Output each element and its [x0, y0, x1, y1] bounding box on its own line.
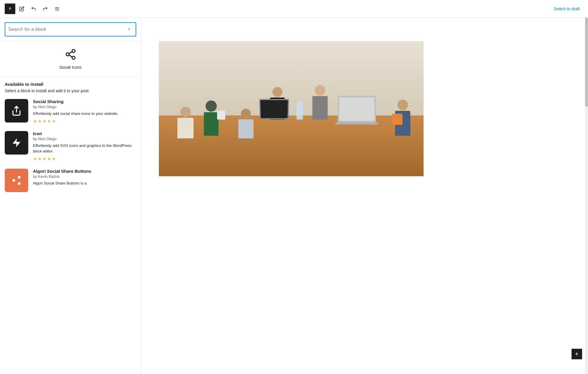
svg-line-7: [69, 52, 72, 54]
social-sharing-desc: Effortlessly add social share icons to y…: [33, 111, 136, 117]
available-title: Available to install: [5, 82, 136, 87]
menu-button[interactable]: [52, 4, 62, 14]
main-layout: social icons × Social Icons Available to…: [0, 18, 588, 374]
toolbar-right: Switch to draft: [550, 4, 583, 14]
block-inserter-panel: social icons × Social Icons Available to…: [0, 18, 141, 374]
undo-button[interactable]: [28, 4, 39, 14]
table-surface: [159, 115, 424, 176]
available-subtitle: Select a block to install and add it to …: [5, 88, 136, 93]
algori-plugin-desc: Algori Social Share Buttons is a: [33, 180, 136, 186]
coffee-mug: [217, 111, 225, 120]
open-laptop: [338, 96, 376, 122]
svg-line-13: [15, 181, 18, 183]
person-1: [204, 100, 219, 136]
close-button[interactable]: ×: [5, 4, 15, 14]
water-bottle: [297, 102, 303, 120]
person-5: [312, 85, 328, 120]
editor-image-block[interactable]: [159, 41, 424, 176]
social-sharing-stars: ★★★★★: [33, 118, 136, 124]
svg-line-14: [15, 178, 18, 180]
share-icon: [65, 48, 76, 61]
toolbar: × Switch to d: [0, 0, 588, 18]
editor-panel: +: [141, 18, 588, 374]
social-icons-block[interactable]: Social Icons: [0, 41, 141, 77]
social-sharing-author: by Nick Diego: [33, 105, 136, 109]
undo-icon: [31, 6, 36, 11]
icon-plugin-desc: Effortlessly add SVG icons and graphics …: [33, 143, 136, 154]
search-clear-button[interactable]: ×: [126, 26, 133, 33]
plugin-item-social-sharing[interactable]: Social Sharing by Nick Diego Effortlessl…: [5, 99, 136, 124]
svg-point-10: [18, 176, 21, 179]
icon-plugin-author: by Nick Diego: [33, 137, 136, 141]
edit-icon: [19, 6, 24, 11]
add-block-button[interactable]: +: [572, 349, 582, 359]
person-2: [177, 107, 194, 138]
algori-plugin-title: Algori Social Share Buttons: [33, 169, 136, 174]
search-input-wrapper: social icons ×: [5, 22, 136, 36]
svg-line-6: [69, 55, 72, 57]
social-sharing-info: Social Sharing by Nick Diego Effortlessl…: [33, 99, 136, 124]
scrollbar-thumb: [585, 18, 588, 107]
toolbar-left: ×: [5, 4, 62, 14]
hamburger-icon: [54, 6, 60, 11]
redo-icon: [43, 6, 48, 11]
edit-button[interactable]: [16, 4, 27, 14]
algori-plugin-author: by Kevin Bazira: [33, 174, 136, 179]
icon-plugin-stars: ★★★★★: [33, 156, 136, 162]
search-input[interactable]: social icons: [8, 27, 126, 32]
algori-plugin-info: Algori Social Share Buttons by Kevin Baz…: [33, 169, 136, 188]
svg-marker-9: [13, 138, 21, 147]
available-to-install-section: Available to install Select a block to i…: [0, 77, 141, 204]
svg-point-11: [13, 179, 15, 182]
icon-plugin-info: Icon by Nick Diego Effortlessly add SVG …: [33, 131, 136, 162]
plugin-item-icon[interactable]: Icon by Nick Diego Effortlessly add SVG …: [5, 131, 136, 162]
switch-to-draft-button[interactable]: Switch to draft: [550, 4, 583, 14]
wall-bg: [159, 41, 424, 122]
algori-plugin-icon: [5, 169, 28, 192]
person-3: [238, 109, 254, 138]
plugin-item-algori[interactable]: Algori Social Share Buttons by Kevin Baz…: [5, 169, 136, 192]
social-sharing-title: Social Sharing: [33, 99, 136, 104]
scrollbar-track: [585, 18, 588, 374]
icon-plugin-title: Icon: [33, 131, 136, 136]
svg-point-12: [18, 182, 21, 185]
redo-button[interactable]: [40, 4, 51, 14]
builtin-block-name: Social Icons: [59, 65, 81, 70]
photo-scene: [159, 41, 424, 176]
macbook: [259, 99, 289, 119]
icon-plugin-icon: [5, 131, 28, 155]
orange-mug: [392, 114, 402, 125]
social-sharing-icon: [5, 99, 28, 123]
search-box: social icons ×: [0, 18, 141, 41]
